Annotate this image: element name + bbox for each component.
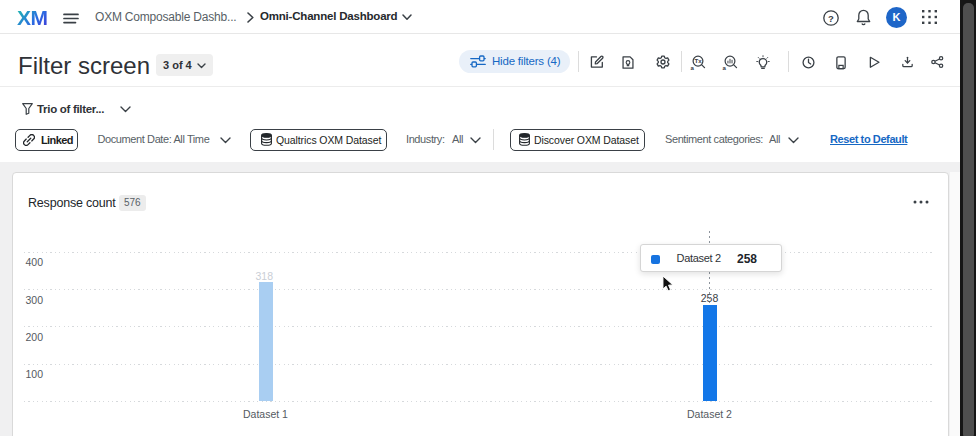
svg-text:a: a [690, 63, 694, 70]
svg-text:Tx: Tx [694, 57, 702, 64]
svg-text:a: a [722, 63, 726, 70]
svg-text:?: ? [828, 13, 834, 24]
